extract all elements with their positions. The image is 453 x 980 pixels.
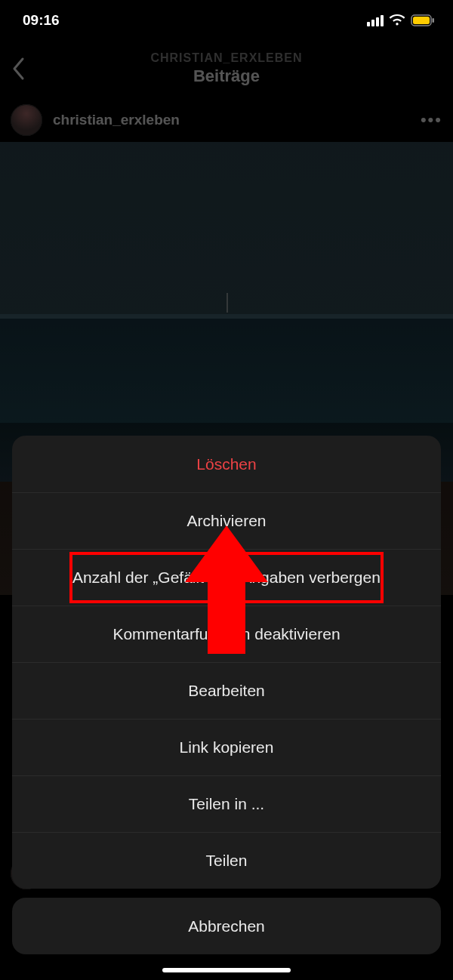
avatar[interactable] — [11, 104, 42, 136]
hide-like-count-button[interactable]: Anzahl der „Gefällt mir"-Angaben verberg… — [12, 549, 441, 606]
battery-icon — [411, 14, 435, 26]
action-sheet: Löschen Archivieren Anzahl der „Gefällt … — [12, 436, 441, 954]
nav-header: CHRISTIAN_ERXLEBEN Beiträge — [0, 38, 453, 100]
disable-comments-button[interactable]: Kommentarfunktion deaktivieren — [12, 606, 441, 662]
annotation-highlight: Anzahl der „Gefällt mir"-Angaben verberg… — [69, 552, 384, 603]
archive-button[interactable]: Archivieren — [12, 492, 441, 549]
cancel-button[interactable]: Abbrechen — [12, 898, 441, 954]
header-title: Beiträge — [0, 66, 453, 86]
status-bar: 09:16 — [0, 0, 453, 38]
header-subtitle: CHRISTIAN_ERXLEBEN — [0, 51, 453, 65]
status-icons — [367, 14, 435, 26]
post-owner-name[interactable]: christian_erxleben — [53, 112, 410, 128]
copy-link-button[interactable]: Link kopieren — [12, 719, 441, 775]
more-options-icon[interactable]: ••• — [421, 110, 442, 130]
wifi-icon — [389, 14, 405, 26]
status-time: 09:16 — [23, 12, 60, 29]
svg-rect-1 — [413, 17, 430, 24]
post-owner-row[interactable]: christian_erxleben ••• — [0, 100, 453, 142]
delete-button[interactable]: Löschen — [12, 436, 441, 492]
edit-button[interactable]: Bearbeiten — [12, 662, 441, 719]
back-icon[interactable] — [11, 56, 26, 82]
hide-like-count-label: Anzahl der „Gefällt mir"-Angaben verberg… — [72, 569, 381, 587]
share-in-button[interactable]: Teilen in ... — [12, 775, 441, 832]
home-indicator[interactable] — [162, 968, 291, 972]
share-button[interactable]: Teilen — [12, 832, 441, 889]
svg-rect-2 — [433, 18, 435, 23]
cellular-signal-icon — [367, 15, 384, 26]
